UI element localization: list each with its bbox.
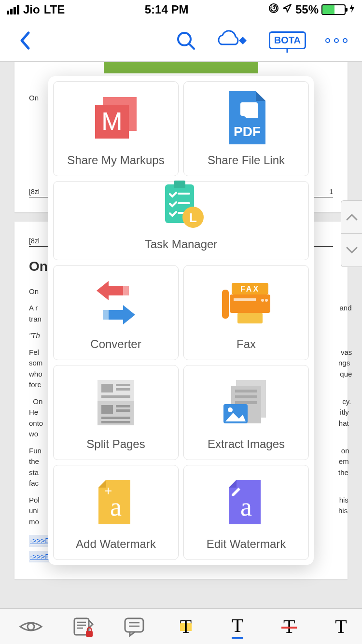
charging-icon — [348, 3, 355, 16]
svg-rect-19 — [234, 298, 256, 301]
pdf-file-icon: PDF — [222, 89, 270, 147]
squiggly-button[interactable]: T — [327, 613, 354, 640]
svg-rect-27 — [116, 384, 130, 386]
bota-button[interactable]: BOTA — [269, 31, 306, 49]
strike-t-icon: T — [283, 615, 295, 638]
edit-watermark-icon: a — [222, 474, 270, 531]
svg-rect-37 — [235, 390, 257, 392]
extract-images-icon — [220, 374, 273, 431]
svg-text:FAX: FAX — [240, 285, 260, 293]
svg-rect-39 — [235, 401, 257, 404]
page-nav-arrows — [341, 200, 362, 267]
svg-rect-1 — [273, 7, 274, 9]
highlight-t-icon: T — [180, 615, 192, 638]
edit-watermark-button[interactable]: a Edit Watermark — [183, 465, 309, 560]
svg-text:a: a — [240, 492, 252, 521]
svg-text:M: M — [101, 107, 122, 135]
green-bar — [104, 62, 258, 73]
squiggly-t-icon: T — [335, 615, 347, 638]
nav-bar: BOTA — [0, 19, 362, 62]
svg-text:L: L — [189, 210, 197, 225]
item-label: Extract Images — [208, 437, 285, 451]
task-manager-button[interactable]: L Task Manager — [53, 181, 309, 260]
highlight-button[interactable]: T — [172, 613, 199, 640]
carrier-label: Jio — [23, 3, 40, 16]
svg-point-21 — [265, 299, 268, 302]
svg-rect-29 — [101, 395, 130, 398]
underline-button[interactable]: T — [224, 613, 251, 640]
svg-rect-28 — [116, 388, 130, 391]
add-watermark-icon: + a — [92, 474, 140, 531]
svg-rect-26 — [101, 384, 113, 392]
underline-t-icon: T — [232, 614, 243, 639]
add-watermark-button[interactable]: + a Add Watermark — [53, 465, 179, 560]
item-label: Add Watermark — [76, 537, 156, 551]
converter-button[interactable]: Converter — [53, 265, 179, 360]
rotation-lock-icon — [268, 3, 279, 16]
item-label: Split Pages — [86, 437, 145, 451]
share-markups-button[interactable]: M Share My Markups — [53, 81, 179, 176]
page-ref: [8zl — [29, 237, 40, 245]
item-label: Edit Watermark — [207, 537, 286, 551]
svg-rect-31 — [116, 405, 130, 407]
signal-icon — [7, 5, 19, 14]
item-label: Share File Link — [208, 154, 285, 167]
page-up-button[interactable] — [341, 201, 362, 234]
note-button[interactable] — [121, 613, 148, 640]
svg-rect-22 — [237, 313, 263, 323]
bottom-toolbar: T T T T — [0, 608, 362, 644]
cloud-sync-button[interactable] — [216, 30, 250, 51]
svg-rect-32 — [116, 409, 130, 412]
battery-pct-label: 55% — [295, 3, 319, 16]
svg-rect-48 — [125, 618, 143, 632]
network-label: LTE — [44, 3, 65, 16]
page-ref: [8zl — [29, 187, 40, 197]
clipboard-clock-icon: L — [154, 178, 208, 231]
back-button[interactable] — [14, 30, 36, 51]
svg-rect-10 — [174, 181, 185, 188]
item-label: Share My Markups — [67, 154, 164, 167]
share-file-link-button[interactable]: PDF Share File Link — [183, 81, 309, 176]
clock-label: 5:14 PM — [145, 3, 189, 16]
converter-arrows-icon — [89, 274, 142, 331]
location-icon — [282, 3, 292, 16]
item-label: Fax — [237, 337, 256, 351]
locked-annotation-button[interactable] — [69, 613, 96, 640]
svg-rect-18 — [230, 294, 270, 313]
search-button[interactable] — [175, 30, 196, 51]
svg-point-20 — [261, 299, 264, 302]
status-bar: Jio LTE 5:14 PM 55% — [0, 0, 362, 19]
fax-machine-icon: FAX — [217, 274, 275, 331]
more-menu-button[interactable] — [325, 38, 348, 43]
svg-rect-23 — [222, 290, 229, 319]
strikethrough-button[interactable]: T — [276, 613, 303, 640]
svg-rect-30 — [101, 405, 113, 414]
svg-rect-38 — [235, 395, 257, 398]
svg-rect-34 — [101, 421, 130, 423]
battery-icon — [321, 4, 346, 15]
svg-text:a: a — [110, 492, 122, 521]
page-number: 1 — [329, 187, 333, 197]
svg-point-41 — [228, 407, 233, 412]
page-down-button[interactable] — [341, 234, 362, 266]
split-page-icon — [92, 374, 140, 431]
svg-rect-33 — [101, 417, 130, 419]
markup-m-icon: M — [89, 90, 142, 147]
item-label: Converter — [90, 337, 141, 351]
svg-point-45 — [28, 623, 34, 630]
svg-text:PDF: PDF — [234, 124, 261, 139]
item-label: Task Manager — [145, 238, 218, 251]
fax-button[interactable]: FAX Fax — [183, 265, 309, 360]
svg-rect-47 — [86, 631, 93, 637]
svg-line-3 — [189, 44, 194, 49]
split-pages-button[interactable]: Split Pages — [53, 365, 179, 460]
view-mode-button[interactable] — [17, 613, 44, 640]
extract-images-button[interactable]: Extract Images — [183, 365, 309, 460]
action-menu-modal: M Share My Markups PDF Share File Link — [48, 76, 314, 565]
